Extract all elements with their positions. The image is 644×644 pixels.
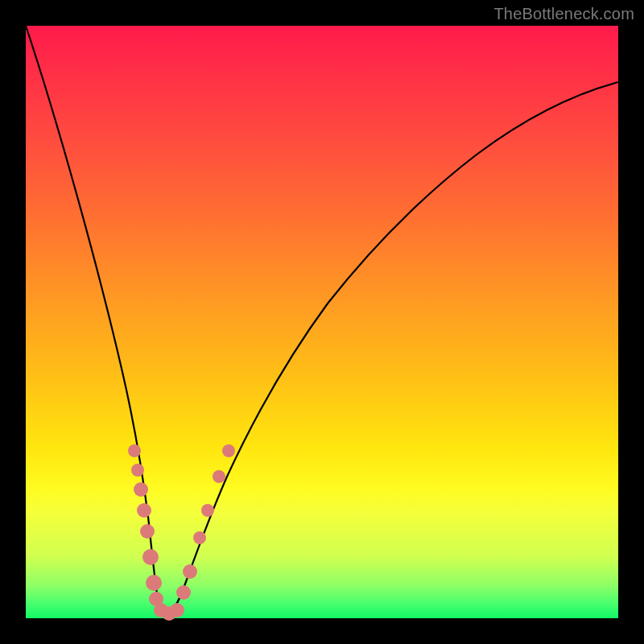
marker-dot: [176, 585, 191, 600]
watermark-text: TheBottleneck.com: [493, 5, 634, 23]
marker-dot: [146, 575, 162, 591]
bottleneck-curve-svg: [26, 26, 618, 618]
chart-frame: TheBottleneck.com: [0, 0, 644, 644]
marker-dot: [222, 444, 235, 457]
marker-dot: [140, 524, 155, 539]
marker-dot: [193, 531, 206, 544]
marker-dot: [201, 504, 214, 517]
marker-group: [128, 444, 235, 621]
marker-dot: [134, 482, 148, 497]
marker-dot: [142, 549, 159, 565]
bottleneck-curve: [26, 26, 618, 614]
marker-dot: [170, 603, 184, 617]
marker-dot: [213, 470, 225, 483]
marker-dot: [137, 503, 151, 518]
marker-dot: [128, 444, 141, 457]
marker-dot: [183, 564, 197, 579]
marker-dot: [131, 464, 144, 477]
